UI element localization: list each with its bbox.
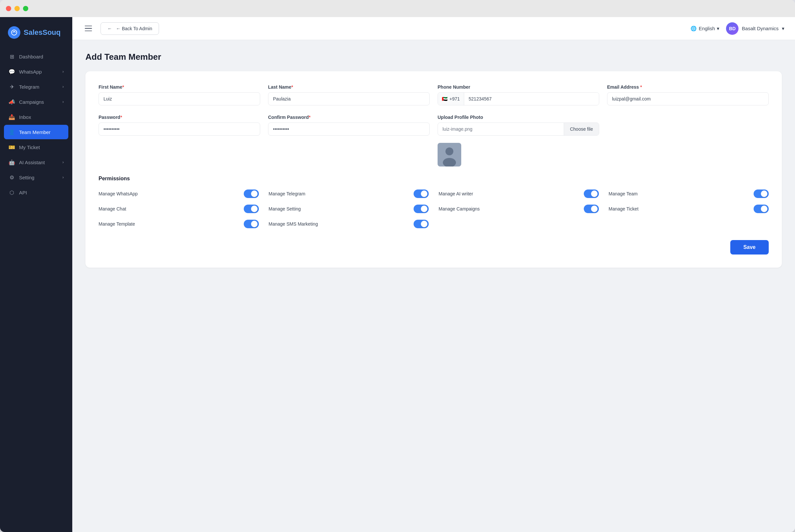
password-label: Password* — [98, 115, 260, 120]
toggle-slider — [414, 205, 429, 213]
language-globe-icon: 🌐 — [690, 25, 697, 32]
sidebar-item-label: Setting — [19, 175, 35, 180]
user-avatar: BD — [726, 22, 738, 35]
sidebar-item-api[interactable]: ⬡ API — [4, 185, 68, 200]
add-team-member-card: First Name* Last Name* — [86, 71, 782, 268]
sidebar-item-setting[interactable]: ⚙ Setting › — [4, 170, 68, 185]
sidebar-item-ai-assistant[interactable]: 🤖 AI Assistant › — [4, 155, 68, 169]
last-name-label: Last Name* — [268, 84, 430, 90]
email-address-input[interactable] — [607, 92, 769, 106]
back-to-admin-button[interactable]: ← ← Back To Admin — [100, 22, 159, 35]
toggle-slider — [584, 189, 599, 198]
permission-manage-team: Manage Team — [609, 189, 769, 198]
manage-chat-label: Manage Chat — [98, 206, 126, 211]
manage-setting-label: Manage Setting — [269, 206, 301, 211]
manage-campaigns-toggle[interactable] — [584, 205, 599, 213]
manage-sms-marketing-label: Manage SMS Marketing — [269, 221, 318, 227]
maximize-button[interactable] — [23, 6, 28, 11]
upload-filename: luiz-image.png — [438, 123, 564, 135]
phone-number-input[interactable] — [464, 93, 599, 105]
phone-input-group: 🇦🇪 +971 — [438, 92, 599, 106]
manage-ai-writer-toggle[interactable] — [584, 189, 599, 198]
toggle-slider — [244, 220, 259, 228]
team-icon: 👤 — [8, 129, 15, 135]
back-arrow-icon: ← — [108, 26, 112, 31]
user-name-label: Basalt Dynamics — [742, 25, 779, 31]
manage-telegram-toggle[interactable] — [414, 189, 429, 198]
page-content: Add Team Member First Name* — [72, 40, 795, 532]
manage-setting-toggle[interactable] — [414, 205, 429, 213]
grid-icon: ⊞ — [8, 53, 15, 60]
manage-team-label: Manage Team — [609, 191, 638, 196]
upload-photo-label: Upload Profile Photo — [438, 115, 599, 120]
sidebar-item-label: WhatsApp — [19, 69, 42, 75]
sidebar-item-team-member[interactable]: 👤 Team Member — [4, 125, 68, 139]
manage-template-label: Manage Template — [98, 221, 135, 227]
sidebar-item-whatsapp[interactable]: 💬 WhatsApp › — [4, 64, 68, 79]
sidebar-item-telegram[interactable]: ✈ Telegram › — [4, 79, 68, 94]
sidebar-item-dashboard[interactable]: ⊞ Dashboard — [4, 49, 68, 64]
sidebar-item-label: AI Assistant — [19, 159, 45, 165]
sidebar-item-campaigns[interactable]: 📣 Campaigns › — [4, 95, 68, 109]
hamburger-line — [85, 28, 92, 29]
save-button[interactable]: Save — [730, 240, 769, 254]
confirm-password-input[interactable] — [268, 122, 430, 136]
manage-whatsapp-toggle[interactable] — [244, 189, 259, 198]
sidebar-nav: ⊞ Dashboard 💬 WhatsApp › ✈ Telegram › 📣 … — [0, 49, 72, 200]
first-name-input[interactable] — [98, 92, 260, 106]
save-button-row: Save — [98, 240, 769, 254]
telegram-icon: ✈ — [8, 83, 15, 90]
chevron-down-icon: › — [62, 175, 64, 179]
sidebar-item-label: Campaigns — [19, 99, 44, 105]
permission-manage-telegram: Manage Telegram — [269, 189, 429, 198]
last-name-input[interactable] — [268, 92, 430, 106]
topbar: ← ← Back To Admin 🌐 English ▾ BD Basalt … — [72, 17, 795, 40]
permissions-title: Permissions — [98, 176, 769, 182]
manage-ticket-label: Manage Ticket — [609, 206, 639, 211]
email-address-group: Email Address * — [607, 84, 769, 106]
permissions-section: Permissions Manage WhatsApp Manage — [98, 176, 769, 228]
permission-manage-sms-marketing: Manage SMS Marketing — [269, 220, 429, 228]
choose-file-button[interactable]: Choose file — [564, 123, 599, 135]
logo: SalesSouq — [0, 26, 72, 49]
back-to-admin-label: ← Back To Admin — [116, 26, 152, 31]
permission-manage-whatsapp: Manage WhatsApp — [98, 189, 259, 198]
manage-team-toggle[interactable] — [754, 189, 769, 198]
hamburger-button[interactable] — [83, 24, 94, 34]
user-chevron-icon: ▾ — [782, 25, 784, 32]
ai-icon: 🤖 — [8, 159, 15, 166]
chevron-down-icon: › — [62, 99, 64, 104]
first-name-label: First Name* — [98, 84, 260, 90]
password-input[interactable] — [98, 122, 260, 136]
form-row-2: Password* Confirm Password* — [98, 115, 769, 167]
sidebar-item-inbox[interactable]: 📥 Inbox — [4, 110, 68, 124]
profile-photo-img — [438, 143, 461, 167]
toggle-slider — [754, 205, 769, 213]
first-name-group: First Name* — [98, 84, 260, 106]
language-chevron-icon: ▾ — [717, 25, 719, 32]
manage-template-toggle[interactable] — [244, 220, 259, 228]
manage-whatsapp-label: Manage WhatsApp — [98, 191, 138, 196]
manage-chat-toggle[interactable] — [244, 205, 259, 213]
inbox-icon: 📥 — [8, 114, 15, 120]
sidebar-item-label: Team Member — [19, 129, 51, 135]
user-menu[interactable]: BD Basalt Dynamics ▾ — [726, 22, 784, 35]
toggle-slider — [244, 205, 259, 213]
phone-number-group: Phone Number 🇦🇪 +971 — [438, 84, 599, 106]
sidebar: SalesSouq ⊞ Dashboard 💬 WhatsApp › ✈ Tel… — [0, 17, 72, 532]
confirm-password-group: Confirm Password* — [268, 115, 430, 167]
language-selector[interactable]: 🌐 English ▾ — [690, 25, 719, 32]
close-button[interactable] — [6, 6, 11, 11]
sidebar-item-my-ticket[interactable]: 🎫 My Ticket — [4, 140, 68, 154]
permission-manage-campaigns: Manage Campaigns — [439, 205, 599, 213]
whatsapp-icon: 💬 — [8, 68, 15, 75]
phone-country-selector[interactable]: 🇦🇪 +971 — [438, 93, 464, 105]
minimize-button[interactable] — [15, 6, 20, 11]
gear-icon: ⚙ — [8, 174, 15, 180]
toggle-slider — [244, 189, 259, 198]
required-indicator: * — [122, 84, 124, 90]
logo-text: SalesSouq — [24, 28, 61, 37]
empty-cell — [607, 115, 769, 167]
manage-ticket-toggle[interactable] — [754, 205, 769, 213]
manage-sms-marketing-toggle[interactable] — [414, 220, 429, 228]
